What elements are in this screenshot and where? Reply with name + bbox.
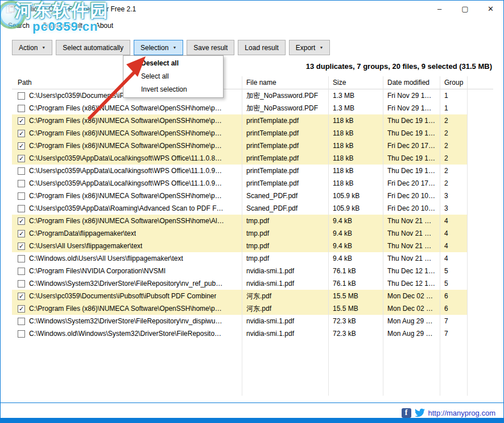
row-checkbox[interactable] <box>18 167 25 175</box>
column-header-date-modified[interactable]: Date modified <box>383 76 440 89</box>
size-cell: 9.4 kB <box>328 240 383 252</box>
row-checkbox[interactable] <box>18 255 25 262</box>
group-cell: 6 <box>440 290 467 302</box>
table-row[interactable]: C:\Windows.old\Windows\System32\DriverSt… <box>12 327 467 340</box>
column-header-file-name[interactable]: File name <box>242 76 328 89</box>
row-checkbox[interactable]: ✓ <box>18 293 25 300</box>
size-cell: 105.9 kB <box>328 190 383 202</box>
row-checkbox[interactable] <box>18 180 25 187</box>
row-checkbox[interactable]: ✓ <box>18 217 25 225</box>
file-name-cell: nvidia-smi.1.pdf <box>242 265 328 277</box>
table-row[interactable]: ✓C:\Users\All Users\flippagemaker\texttm… <box>12 240 467 252</box>
table-row[interactable]: C:\Windows.old\Users\All Users\flippagem… <box>12 252 467 265</box>
path-text: C:\Users\pc0359\AppData\Local\kingsoft\W… <box>29 152 222 165</box>
date-modified-cell: Thu Nov 21 … <box>383 215 440 227</box>
manyprog-link[interactable]: http://manyprog.com <box>428 409 496 417</box>
red-arrow-annotation <box>77 51 163 125</box>
column-header-group[interactable]: Group <box>440 76 467 89</box>
path-text: C:\Program Files (x86)\NUMECA Software\O… <box>29 302 222 315</box>
path-cell: C:\Windows\System32\DriverStore\FileRepo… <box>12 277 242 290</box>
row-checkbox[interactable]: ✓ <box>18 305 25 313</box>
table-row[interactable]: C:\Users\pc0359\AppData\Local\kingsoft\W… <box>12 165 467 177</box>
file-name-cell: tmp.pdf <box>242 227 328 240</box>
table-row[interactable]: ✓C:\Program Files (x86)\NUMECA Software\… <box>12 215 467 227</box>
file-name-cell: 加密_NoPassword.PDF <box>242 102 328 114</box>
table-row[interactable]: ✓C:\Program Files (x86)\NUMECA Software\… <box>12 127 467 139</box>
group-cell: 2 <box>440 165 467 177</box>
path-text: C:\Windows\System32\DriverStore\FileRepo… <box>29 277 222 290</box>
date-modified-cell: Mon Aug 29 … <box>383 315 440 327</box>
file-name-cell: printTemplate.pdf <box>242 139 328 152</box>
row-checkbox[interactable]: ✓ <box>18 142 25 150</box>
path-text: C:\Program Files\NVIDIA Corporation\NVSM… <box>29 265 166 277</box>
facebook-icon[interactable]: f <box>402 408 411 418</box>
path-text: C:\Program Files (x86)\NUMECA Software\O… <box>29 127 222 139</box>
row-checkbox[interactable]: ✓ <box>18 155 25 162</box>
path-text: C:\Windows.old\Users\All Users\flippagem… <box>29 252 183 265</box>
action-button[interactable]: Action ▼ <box>12 40 52 55</box>
row-checkbox[interactable] <box>18 330 25 338</box>
bottom-accent-bar <box>1 418 503 422</box>
size-cell: 118 kB <box>328 114 383 127</box>
size-cell: 9.4 kB <box>328 252 383 265</box>
file-name-cell: tmp.pdf <box>242 240 328 252</box>
table-row[interactable]: C:\Program Files (x86)\NUMECA Software\O… <box>12 190 467 202</box>
row-checkbox[interactable] <box>18 105 25 112</box>
table-row[interactable]: ✓C:\ProgramData\flippagemaker\texttmp.pd… <box>12 227 467 240</box>
row-checkbox[interactable] <box>18 268 25 275</box>
table-row[interactable]: C:\Program Files\NVIDIA Corporation\NVSM… <box>12 265 467 277</box>
save-result-button[interactable]: Save result <box>187 40 234 55</box>
file-name-cell: tmp.pdf <box>242 215 328 227</box>
row-checkbox[interactable] <box>18 205 25 212</box>
group-cell: 4 <box>440 227 467 240</box>
size-cell: 118 kB <box>328 177 383 190</box>
table-row[interactable]: C:\Windows\System32\DriverStore\FileRepo… <box>12 315 467 327</box>
row-checkbox[interactable] <box>18 92 25 100</box>
group-cell: 3 <box>440 190 467 202</box>
table-row[interactable]: C:\Windows\System32\DriverStore\FileRepo… <box>12 277 467 290</box>
file-name-cell: nvidia-smi.1.pdf <box>242 315 328 327</box>
path-text: C:\Program Files (x86)\NUMECA Software\O… <box>29 139 222 152</box>
maximize-button[interactable]: ▢ <box>452 1 478 17</box>
file-name-cell: 河东.pdf <box>242 290 328 302</box>
file-name-cell: printTemplate.pdf <box>242 165 328 177</box>
size-cell: 1.3 MB <box>328 89 383 102</box>
column-divider <box>383 76 383 396</box>
size-cell: 118 kB <box>328 165 383 177</box>
table-row[interactable]: C:\Users\pc0359\AppData\Local\kingsoft\W… <box>12 177 467 190</box>
group-cell: 4 <box>440 240 467 252</box>
row-checkbox[interactable]: ✓ <box>18 230 25 237</box>
column-divider <box>467 76 468 396</box>
row-checkbox[interactable]: ✓ <box>18 117 25 125</box>
date-modified-cell: Thu Nov 21 … <box>383 252 440 265</box>
row-checkbox[interactable] <box>18 192 25 200</box>
close-button[interactable]: ✕ <box>478 1 503 17</box>
minimize-button[interactable]: – <box>427 1 452 17</box>
table-row[interactable]: ✓C:\Users\pc0359\Documents\iPubsoft\iPub… <box>12 290 467 302</box>
watermark-site: pc0359.cn <box>32 19 98 34</box>
date-modified-cell: Thu Dec 19 1… <box>383 114 440 127</box>
file-name-cell: 河东.pdf <box>242 302 328 315</box>
group-cell: 6 <box>440 302 467 315</box>
group-cell: 5 <box>440 265 467 277</box>
export-button[interactable]: Export ▼ <box>289 40 331 55</box>
column-header-size[interactable]: Size <box>328 76 383 89</box>
table-row[interactable]: ✓C:\Program Files (x86)\NUMECA Software\… <box>12 302 467 315</box>
file-name-cell: tmp.pdf <box>242 252 328 265</box>
date-modified-cell: Fri Nov 29 1… <box>383 102 440 114</box>
row-checkbox[interactable] <box>18 280 25 288</box>
path-cell: C:\Users\pc0359\AppData\Local\kingsoft\W… <box>12 177 242 190</box>
load-result-button[interactable]: Load result <box>238 40 285 55</box>
table-row[interactable]: C:\Users\pc0359\AppData\Roaming\Advanced… <box>12 202 467 215</box>
column-divider <box>328 76 329 396</box>
table-row[interactable]: ✓C:\Users\pc0359\AppData\Local\kingsoft\… <box>12 152 467 165</box>
twitter-icon[interactable] <box>415 408 425 418</box>
path-cell: C:\Windows\System32\DriverStore\FileRepo… <box>12 315 242 327</box>
row-checkbox[interactable] <box>18 318 25 325</box>
table-row[interactable]: ✓C:\Program Files (x86)\NUMECA Software\… <box>12 139 467 152</box>
row-checkbox[interactable]: ✓ <box>18 130 25 137</box>
date-modified-cell: Mon Dec 02 … <box>383 302 440 315</box>
footer-divider <box>1 403 503 403</box>
size-cell: 118 kB <box>328 127 383 139</box>
row-checkbox[interactable]: ✓ <box>18 243 25 250</box>
